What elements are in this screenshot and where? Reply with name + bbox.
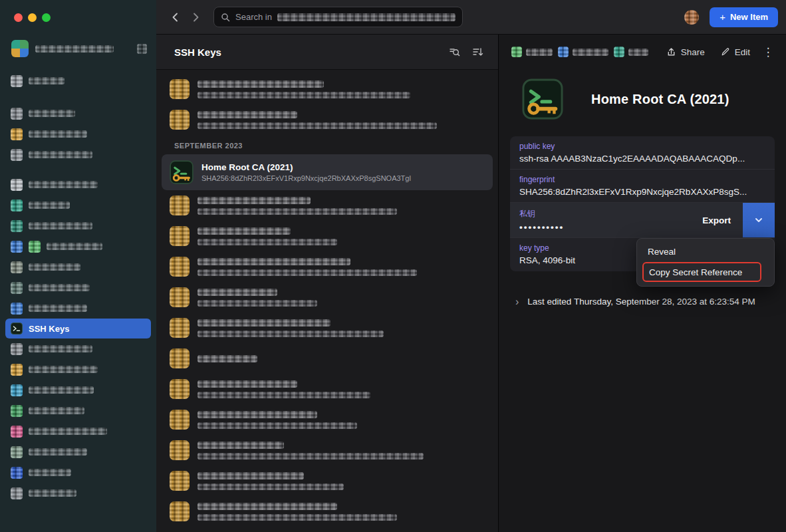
redacted-subtitle	[197, 239, 337, 245]
vault-icon	[11, 364, 23, 376]
new-item-button[interactable]: + New Item	[710, 7, 778, 27]
account-avatar	[11, 40, 29, 57]
redacted-title	[197, 289, 277, 296]
redacted-search-scope	[277, 13, 456, 21]
item-rows: SEPTEMBER 2023	[156, 70, 498, 532]
list-item-redacted[interactable]	[156, 496, 498, 527]
redacted-subtitle	[197, 269, 417, 276]
item-row-title: Home Root CA (2021)	[201, 162, 411, 174]
menu-item-reveal[interactable]: Reveal	[640, 242, 771, 261]
sidebar-nav: SSH Keys	[0, 64, 156, 503]
sidebar-item-redacted[interactable]	[0, 442, 156, 462]
list-item-redacted[interactable]	[156, 466, 498, 496]
sidebar-item-redacted[interactable]	[0, 215, 156, 236]
sidebar-item-redacted[interactable]	[0, 462, 156, 483]
field-public-key[interactable]: public key ssh-rsa AAAAB3NzaC1yc2EAAAADA…	[510, 136, 775, 170]
vault-icon	[11, 426, 23, 438]
list-title: SSH Keys	[174, 47, 221, 58]
redacted-label	[29, 201, 70, 209]
list-item-redacted[interactable]	[156, 282, 498, 313]
sidebar-item-redacted[interactable]	[0, 174, 156, 195]
back-button[interactable]	[166, 7, 186, 27]
sidebar-item-redacted[interactable]	[0, 338, 156, 359]
list-item-redacted[interactable]	[156, 313, 498, 343]
share-label: Share	[681, 47, 705, 57]
list-item-redacted[interactable]	[156, 104, 498, 135]
redacted-label	[29, 428, 107, 435]
export-button[interactable]: Export	[702, 203, 743, 237]
sidebar-item-redacted[interactable]	[0, 298, 156, 319]
sidebar-header-icon[interactable]	[137, 44, 147, 54]
zoom-button[interactable]	[42, 13, 51, 22]
redacted-label	[47, 243, 102, 250]
sidebar-item-redacted[interactable]	[0, 380, 156, 400]
sidebar-item-redacted[interactable]	[0, 124, 156, 144]
redacted-label	[29, 305, 87, 312]
sidebar-item-redacted[interactable]	[0, 400, 156, 421]
vault-icon	[11, 405, 23, 417]
list-item-redacted[interactable]	[156, 527, 498, 532]
sidebar-item-redacted[interactable]	[0, 483, 156, 503]
topbar: Search in + New Item	[156, 0, 786, 35]
redacted-subtitle	[197, 392, 370, 398]
key-item-icon	[170, 410, 190, 430]
redacted-label	[29, 263, 80, 271]
redacted-label	[29, 77, 65, 84]
field-options-menu: Reveal Copy Secret Reference	[636, 238, 775, 287]
search-input[interactable]: Search in	[213, 7, 463, 27]
sidebar-item-redacted[interactable]	[0, 359, 156, 380]
edit-button[interactable]: Edit	[714, 43, 757, 61]
field-fingerprint[interactable]: fingerprint SHA256:8dZhR2l3xEFxV1Rxp9Nxc…	[510, 170, 775, 203]
sidebar-item-redacted[interactable]	[0, 103, 156, 124]
field-private-key[interactable]: 私钥 •••••••••• Export	[510, 203, 775, 238]
redacted-label	[29, 469, 71, 476]
key-item-icon	[170, 379, 190, 399]
sidebar: SSH Keys	[0, 0, 156, 532]
sort-button[interactable]	[470, 45, 485, 59]
search-in-list-button[interactable]	[447, 45, 461, 59]
sidebar-item-redacted[interactable]	[0, 257, 156, 277]
menu-item-copy-secret-reference[interactable]: Copy Secret Reference	[642, 262, 761, 282]
vault-icon	[11, 343, 23, 355]
field-label: public key	[519, 142, 765, 151]
sidebar-item-redacted[interactable]	[0, 421, 156, 442]
list-item-redacted[interactable]	[156, 404, 498, 435]
sidebar-item-ssh-keys[interactable]: SSH Keys	[5, 319, 151, 338]
list-item-redacted[interactable]	[156, 251, 498, 282]
redacted-subtitle	[197, 300, 317, 307]
ssh-key-icon	[170, 160, 194, 184]
sidebar-item-redacted[interactable]	[0, 144, 156, 165]
key-item-icon	[170, 501, 190, 521]
minimize-button[interactable]	[28, 13, 37, 22]
sidebar-item-redacted[interactable]	[0, 236, 156, 257]
tag-icon	[614, 47, 624, 57]
user-avatar[interactable]	[684, 10, 699, 25]
redacted-title	[197, 111, 297, 118]
list-item-redacted[interactable]	[156, 343, 498, 374]
account-switcher[interactable]	[0, 23, 156, 64]
key-item-icon	[170, 348, 190, 368]
redacted-title	[197, 380, 297, 388]
share-button[interactable]: Share	[660, 43, 712, 61]
list-item-redacted[interactable]	[156, 374, 498, 404]
close-button[interactable]	[14, 13, 23, 22]
share-icon	[666, 47, 676, 57]
last-edited-row[interactable]: › Last edited Thursday, September 28, 20…	[515, 296, 755, 309]
list-item-redacted[interactable]	[156, 74, 498, 104]
list-item-home-root-ca[interactable]: Home Root CA (2021) SHA256:8dZhR2l3xEFxV…	[162, 154, 493, 190]
last-edited-text: Last edited Thursday, September 28, 2023…	[527, 296, 755, 309]
list-item-redacted[interactable]	[156, 190, 498, 221]
forward-button[interactable]	[186, 7, 205, 27]
more-menu-button[interactable]: ⋮	[759, 47, 777, 58]
list-item-redacted[interactable]	[156, 221, 498, 251]
vault-icon	[11, 446, 23, 458]
list-item-redacted[interactable]	[156, 435, 498, 466]
vault-icon	[11, 200, 23, 211]
redacted-title	[197, 227, 291, 235]
vault-icon	[11, 108, 23, 120]
sidebar-item-redacted[interactable]	[0, 70, 156, 91]
sidebar-item-redacted[interactable]	[0, 277, 156, 298]
sidebar-item-redacted[interactable]	[0, 195, 156, 215]
redacted-label	[29, 407, 84, 414]
field-options-button[interactable]	[743, 203, 775, 237]
